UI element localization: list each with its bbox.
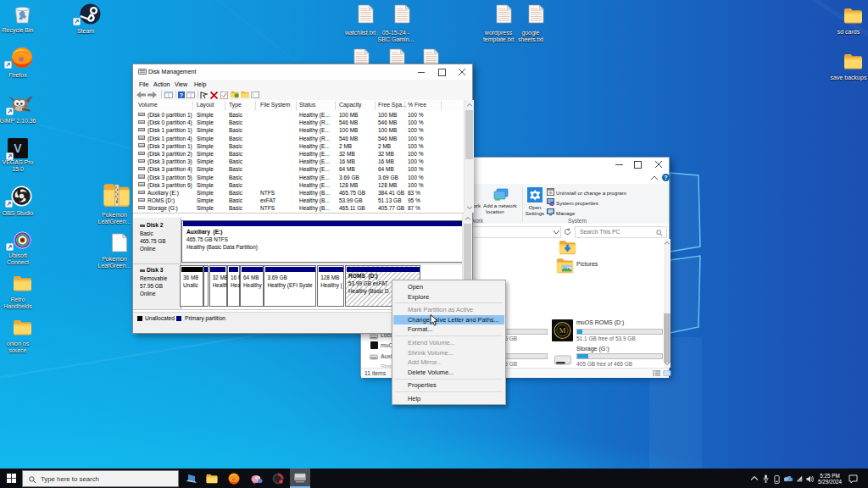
svg-text:M: M bbox=[559, 326, 565, 335]
